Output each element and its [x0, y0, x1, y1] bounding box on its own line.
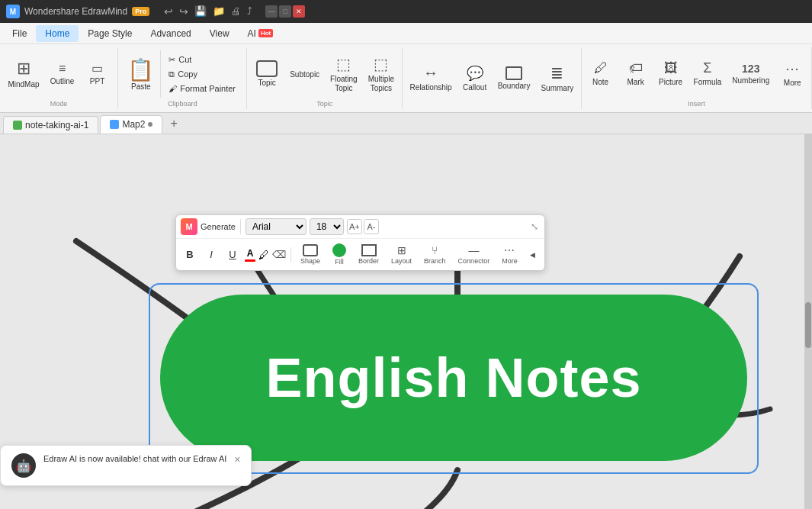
ft-collapse-button[interactable]: ⤡ [529, 220, 540, 234]
ft-shape-label: Shape [300, 257, 320, 265]
app-logo: M [6, 5, 20, 18]
close-button[interactable]: ✕ [293, 5, 305, 18]
ft-generate-label: Generate [201, 222, 236, 231]
paste-button[interactable]: 📋 Paste [121, 49, 161, 98]
menu-home[interactable]: Home [36, 25, 79, 42]
ai-popup-close-button[interactable]: × [234, 453, 240, 466]
menu-view[interactable]: View [201, 25, 239, 42]
ft-font-select[interactable]: Arial Times New Roman Calibri [246, 218, 307, 235]
relationship-label: Relationship [410, 83, 452, 92]
mark-button[interactable]: 🏷 Mark [619, 51, 653, 97]
callout-button[interactable]: 💬 Callout [458, 56, 492, 101]
ai-message-content: Edraw AI is now available! chat with our… [43, 454, 226, 463]
mindmap-button[interactable]: ⊞ MindMap [3, 51, 43, 97]
ft-shape-button[interactable]: Shape [296, 242, 325, 267]
redo-button[interactable]: ↪ [177, 5, 191, 18]
ft-branch-icon: ⑂ [432, 244, 438, 256]
ft-extra-button[interactable]: ◀ [525, 249, 540, 261]
cut-label: Cut [178, 55, 191, 64]
ai-popup: 🤖 Edraw AI is now available! chat with o… [0, 445, 252, 486]
ai-avatar: 🤖 [11, 453, 36, 478]
picture-button[interactable]: 🖼 Picture [654, 51, 688, 97]
ribbon: ⊞ MindMap ≡ Outline ▭ PPT Mode 📋 Paste ✂ [0, 44, 812, 113]
ft-font-color-button[interactable]: A [245, 248, 255, 262]
ft-bottom-row: B I U A 🖊 ⌫ Shape Fill [176, 239, 544, 270]
ft-clear-icon: ⌫ [272, 249, 286, 260]
ft-border-button[interactable]: Border [354, 242, 384, 267]
more-insert-button[interactable]: ⋯ More [775, 51, 809, 97]
ft-highlight-button[interactable]: 🖊 [258, 249, 269, 261]
ft-underline-button[interactable]: U [223, 246, 242, 264]
floating-topic-button[interactable]: ⬚ Floating Topic [326, 51, 362, 97]
multiple-topics-button[interactable]: ⬚ Multiple Topics [364, 51, 399, 97]
ft-layout-label: Layout [391, 257, 412, 265]
menu-page-style[interactable]: Page Style [79, 25, 141, 42]
tab-label-note-taking: note-taking-ai-1 [25, 120, 88, 130]
paste-icon: 📋 [127, 57, 154, 82]
ft-size-select[interactable]: 18 12 14 16 20 24 [310, 218, 344, 235]
canvas[interactable]: M Generate Arial Times New Roman Calibri… [0, 134, 812, 509]
format-painter-button[interactable]: 🖌 Format Painter [164, 82, 240, 95]
main-topic-node[interactable]: English Notes [160, 295, 747, 461]
save-button[interactable]: 💾 [192, 5, 209, 18]
topic-button[interactable]: Topic [250, 51, 284, 97]
note-button[interactable]: 🖊 Note [584, 51, 618, 97]
tab-label-map2: Map2 [122, 119, 145, 130]
ft-bold-button[interactable]: B [181, 246, 199, 264]
ft-highlight-icon: 🖊 [258, 249, 269, 261]
cut-button[interactable]: ✂ Cut [164, 53, 240, 66]
paste-label: Paste [131, 82, 151, 91]
export-button[interactable]: ⤴ [245, 5, 255, 18]
ribbon-group-topic: Topic Subtopic ⬚ Floating Topic ⬚ Multip… [247, 47, 403, 109]
hot-badge: Hot [258, 29, 273, 37]
add-tab-button[interactable]: + [164, 114, 183, 134]
maximize-button[interactable]: □ [279, 5, 291, 18]
note-icon: 🖊 [594, 60, 608, 76]
undo-button[interactable]: ↩ [162, 5, 175, 18]
canvas-scrollbar[interactable] [804, 134, 812, 509]
tab-note-taking-ai-1[interactable]: note-taking-ai-1 [3, 116, 98, 134]
callout-label: Callout [463, 83, 486, 92]
ft-layout-button[interactable]: ⊞ Layout [387, 242, 416, 267]
outline-button[interactable]: ≡ Outline [46, 51, 79, 97]
print-button[interactable]: 🖨 [229, 5, 243, 18]
ft-italic-button[interactable]: I [202, 246, 220, 264]
copy-button[interactable]: ⧉ Copy [164, 68, 240, 81]
subtopic-button[interactable]: Subtopic [285, 51, 324, 97]
ppt-button[interactable]: ▭ PPT [81, 51, 114, 97]
ft-connector-button[interactable]: — Connector [454, 242, 495, 267]
menu-ai[interactable]: AI Hot [239, 25, 283, 42]
menu-advanced[interactable]: Advanced [141, 25, 200, 42]
boundary-button[interactable]: Boundary [493, 56, 535, 101]
ft-increase-size-button[interactable]: A+ [347, 219, 362, 234]
ft-extra-icon: ◀ [530, 251, 535, 259]
ft-border-icon [361, 244, 377, 256]
numbering-button[interactable]: 123 Numbering [727, 51, 774, 97]
tab-map2[interactable]: Map2 [100, 115, 162, 134]
cut-icon: ✂ [168, 55, 175, 65]
ft-branch-button[interactable]: ⑂ Branch [419, 242, 451, 267]
summary-label: Summary [541, 84, 573, 93]
ai-avatar-icon: 🤖 [16, 459, 31, 473]
relationship-buttons: ↔ Relationship 💬 Callout Boundary ≣ Summ… [406, 49, 579, 108]
ft-fill-button[interactable]: Fill [328, 241, 351, 268]
ribbon-group-relationship: ↔ Relationship 💬 Callout Boundary ≣ Summ… [403, 47, 582, 109]
ft-decrease-size-button[interactable]: A- [364, 219, 379, 234]
ai-message-text: Edraw AI is now available! chat with our… [43, 453, 226, 465]
mode-group-label: Mode [50, 98, 68, 108]
ft-more-button[interactable]: ⋯ More [497, 242, 522, 267]
relationship-button[interactable]: ↔ Relationship [406, 56, 457, 101]
minimize-button[interactable]: — [265, 5, 278, 18]
scrollbar-thumb[interactable] [805, 302, 811, 348]
formula-button[interactable]: Σ Formula [689, 51, 727, 97]
clipboard-group-label: Clipboard [168, 98, 197, 108]
ft-logo-icon: M [185, 222, 192, 231]
menu-file[interactable]: File [3, 25, 36, 42]
callout-icon: 💬 [467, 65, 483, 82]
copy-icon: ⧉ [168, 69, 175, 79]
summary-button[interactable]: ≣ Summary [536, 56, 578, 101]
ft-clear-format-button[interactable]: ⌫ [272, 249, 286, 260]
app-name: Wondershare EdrawMind [24, 6, 127, 17]
window-controls: — □ ✕ [265, 5, 305, 18]
open-button[interactable]: 📁 [210, 5, 227, 18]
